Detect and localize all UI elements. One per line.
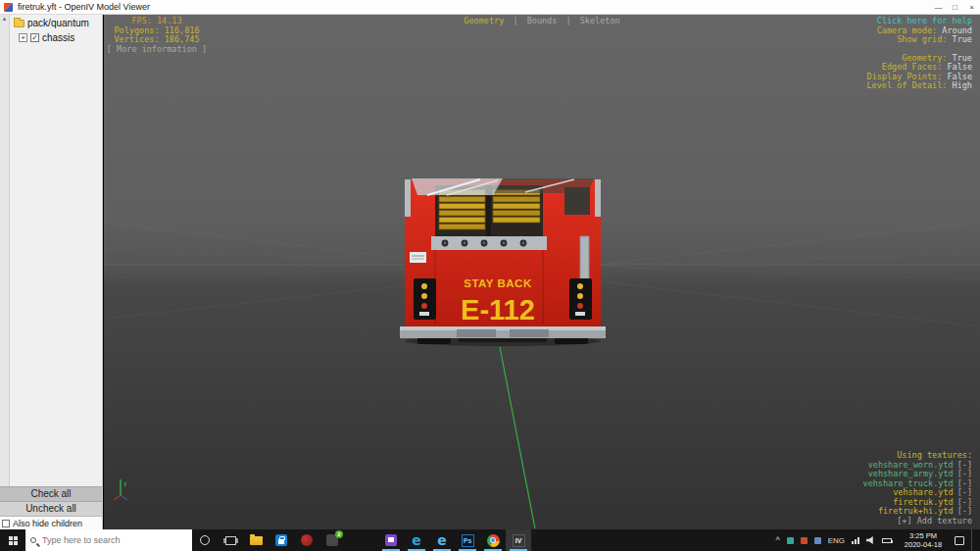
also-hide-children-label: Also hide children <box>13 519 82 528</box>
texture-remove-button[interactable]: [-] <box>957 497 972 507</box>
main-content: ▲ pack/quantum + ✓ chassis Check all Unc… <box>0 15 980 529</box>
tray-app-icon[interactable] <box>801 537 808 544</box>
texture-name: vehshare_army.ytd <box>868 469 954 478</box>
setting-level-of-detail[interactable]: Level of Detail: High <box>867 81 973 91</box>
task-view-icon <box>225 536 236 545</box>
title-bar: firetruk.yft - OpenIV Model Viewer — □ × <box>0 0 980 15</box>
mode-separator: | <box>513 16 517 25</box>
twitch-icon <box>385 534 397 546</box>
axis-y-label: y <box>123 479 127 487</box>
chrome-icon <box>487 534 500 547</box>
chrome-button[interactable] <box>480 529 506 551</box>
viewer-settings-block: Click here for help Camera mode: Around … <box>867 17 973 91</box>
sidebar-bottom-controls: Check all Uncheck all Also hide children <box>0 486 102 529</box>
also-hide-children-checkbox[interactable] <box>2 520 10 527</box>
texture-remove-button[interactable]: [-] <box>957 460 972 470</box>
truck-unit-number-text: E-112 <box>461 294 535 326</box>
system-tray: ^ ENG 3:25 PM 2020-04-18 <box>775 529 980 551</box>
windows-logo-icon <box>9 536 18 545</box>
y-axis-line <box>500 347 535 528</box>
texture-name: vehshare_worn.ytd <box>868 460 954 470</box>
window-title: firetruk.yft - OpenIV Model Viewer <box>18 2 930 12</box>
battery-icon[interactable] <box>882 538 892 543</box>
tray-time: 3:25 PM <box>909 531 937 540</box>
pinned-app-button[interactable] <box>294 529 319 551</box>
tray-app-icon[interactable] <box>787 537 794 544</box>
tree-item-chassis[interactable]: + ✓ chassis <box>11 30 102 45</box>
view-mode-switch: Geometry | Bounds | Skeleton <box>462 17 621 26</box>
uncheck-all-button[interactable]: Uncheck all <box>0 501 102 516</box>
photoshop-icon: Ps <box>462 534 474 547</box>
cortana-icon <box>200 535 210 545</box>
microsoft-store-button[interactable] <box>269 529 294 551</box>
search-box[interactable] <box>25 529 192 551</box>
search-icon <box>30 537 36 543</box>
folder-icon <box>14 20 24 27</box>
maximize-button[interactable]: □ <box>947 0 963 14</box>
openiv-button[interactable]: IV <box>506 529 531 551</box>
tree-item-label: chassis <box>42 32 74 43</box>
add-texture-button[interactable]: [+] Add texture <box>863 517 972 526</box>
show-desktop-button[interactable] <box>971 529 976 551</box>
internet-explorer-icon: e <box>437 533 447 547</box>
notification-badge: 2 <box>335 530 343 538</box>
texture-name: firetruk.ytd <box>893 497 953 507</box>
taskbar: 2 e e Ps IV ^ ENG 3:25 PM 2020-04-18 <box>0 529 980 551</box>
app-icon <box>4 3 13 12</box>
clock[interactable]: 3:25 PM 2020-04-18 <box>899 531 948 549</box>
texture-remove-button[interactable]: [-] <box>957 506 972 516</box>
search-input[interactable] <box>40 534 168 546</box>
textures-panel: Using textures: vehshare_worn.ytd[-] veh… <box>863 451 972 526</box>
store-icon <box>275 534 287 546</box>
twitch-app-button[interactable] <box>378 529 404 551</box>
edge-browser-button[interactable]: e <box>404 529 429 551</box>
texture-name: firetruk+hi.ytd <box>878 506 954 516</box>
grid-overlay: y <box>104 15 980 529</box>
internet-explorer-button[interactable]: e <box>429 529 455 551</box>
photoshop-button[interactable]: Ps <box>455 529 480 551</box>
tray-app-icon[interactable] <box>814 537 821 544</box>
network-icon[interactable] <box>852 537 859 544</box>
messaging-app-button[interactable]: 2 <box>319 529 345 551</box>
cortana-button[interactable] <box>192 529 218 551</box>
more-information-link[interactable]: [ More information ] <box>106 45 208 55</box>
scroll-up-icon[interactable]: ▲ <box>0 15 9 23</box>
check-all-button[interactable]: Check all <box>0 486 102 501</box>
red-app-icon <box>301 534 313 546</box>
openiv-icon: IV <box>513 534 525 547</box>
tray-expand-icon[interactable]: ^ <box>775 535 779 545</box>
task-view-button[interactable] <box>218 529 243 551</box>
texture-name: vehshare_truck.ytd <box>863 478 954 488</box>
tree-root-row[interactable]: pack/quantum <box>11 15 102 30</box>
start-button[interactable] <box>0 529 25 551</box>
texture-remove-button[interactable]: [-] <box>957 469 972 478</box>
volume-icon[interactable] <box>866 536 875 544</box>
file-explorer-button[interactable] <box>243 529 269 551</box>
model-tree-sidebar: ▲ pack/quantum + ✓ chassis Check all Unc… <box>0 15 103 529</box>
stats-block: FPS: 14.13 Polygons: 116,816 Vertices: 1… <box>106 17 208 54</box>
setting-show-grid[interactable]: Show grid: True <box>867 35 973 45</box>
mode-bounds[interactable]: Bounds <box>527 16 558 25</box>
truck-stay-back-text: STAY BACK <box>464 277 532 289</box>
chassis-checkbox[interactable]: ✓ <box>30 33 39 42</box>
axis-gizmo: y <box>114 479 127 500</box>
tree-scrollbar[interactable]: ▲ <box>0 15 10 486</box>
texture-remove-button[interactable]: [-] <box>957 478 972 488</box>
taskbar-gap <box>345 529 378 551</box>
minimize-button[interactable]: — <box>930 0 947 14</box>
language-indicator[interactable]: ENG <box>828 536 845 545</box>
firetruck-model: STAY BACK E-112 <box>400 175 606 346</box>
also-hide-children-row: Also hide children <box>0 516 102 529</box>
model-tree: pack/quantum + ✓ chassis <box>11 15 102 486</box>
mode-separator: | <box>565 16 570 25</box>
tree-expander-icon[interactable]: + <box>19 33 27 42</box>
file-explorer-icon <box>250 536 263 545</box>
mode-skeleton[interactable]: Skeleton <box>580 16 620 25</box>
texture-remove-button[interactable]: [-] <box>957 487 972 497</box>
tray-date: 2020-04-18 <box>905 540 942 549</box>
edge-icon: e <box>412 533 421 547</box>
mode-geometry[interactable]: Geometry <box>464 16 504 25</box>
close-button[interactable]: × <box>963 0 980 14</box>
viewport-canvas[interactable]: y <box>104 15 980 529</box>
action-center-icon[interactable] <box>955 536 964 545</box>
